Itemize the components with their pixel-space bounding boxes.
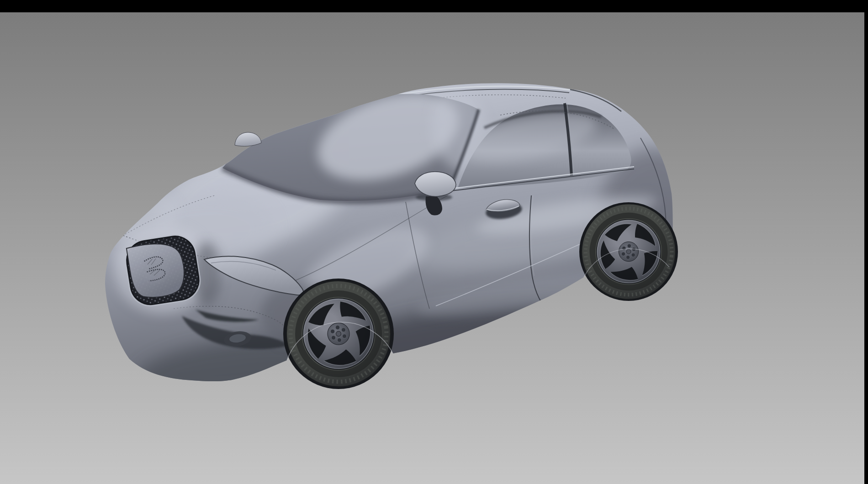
cad-viewport-window <box>0 0 868 484</box>
right-letterbox-bar <box>864 0 868 484</box>
viewport-3d[interactable] <box>0 0 868 484</box>
front-grille <box>122 232 203 309</box>
top-letterbox-bar <box>0 0 868 12</box>
